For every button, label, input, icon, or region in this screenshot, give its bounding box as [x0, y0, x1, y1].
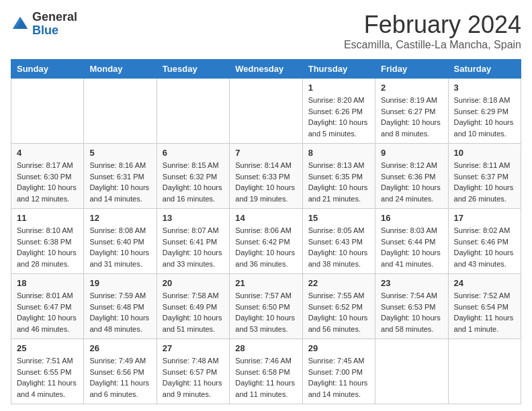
- calendar-day-cell: 26Sunrise: 7:49 AM Sunset: 6:56 PM Dayli…: [84, 339, 157, 404]
- calendar-day-cell: 15Sunrise: 8:05 AM Sunset: 6:43 PM Dayli…: [302, 209, 375, 274]
- day-info: Sunrise: 8:05 AM Sunset: 6:43 PM Dayligh…: [308, 225, 369, 269]
- calendar-day-cell: [448, 339, 521, 404]
- calendar-header-row: SundayMondayTuesdayWednesdayThursdayFrid…: [11, 60, 521, 79]
- day-number: 7: [235, 148, 296, 158]
- day-number: 14: [235, 213, 296, 223]
- day-info: Sunrise: 8:11 AM Sunset: 6:37 PM Dayligh…: [454, 160, 515, 204]
- day-number: 19: [89, 278, 150, 288]
- day-info: Sunrise: 7:52 AM Sunset: 6:54 PM Dayligh…: [454, 290, 515, 334]
- day-info: Sunrise: 7:51 AM Sunset: 6:55 PM Dayligh…: [17, 355, 78, 400]
- day-number: 15: [308, 213, 369, 223]
- day-info: Sunrise: 8:20 AM Sunset: 6:26 PM Dayligh…: [308, 95, 369, 139]
- day-info: Sunrise: 8:17 AM Sunset: 6:30 PM Dayligh…: [17, 160, 78, 204]
- calendar-day-cell: 22Sunrise: 7:55 AM Sunset: 6:52 PM Dayli…: [302, 274, 375, 339]
- day-number: 4: [17, 148, 78, 158]
- day-number: 21: [235, 278, 296, 288]
- day-number: 5: [89, 148, 150, 158]
- day-info: Sunrise: 8:15 AM Sunset: 6:32 PM Dayligh…: [163, 160, 224, 204]
- day-number: 13: [163, 213, 224, 223]
- day-info: Sunrise: 8:08 AM Sunset: 6:40 PM Dayligh…: [89, 225, 150, 269]
- day-of-week-header: Friday: [375, 60, 448, 79]
- day-number: 2: [381, 83, 442, 93]
- calendar-day-cell: 20Sunrise: 7:58 AM Sunset: 6:49 PM Dayli…: [157, 274, 229, 339]
- calendar-day-cell: 27Sunrise: 7:48 AM Sunset: 6:57 PM Dayli…: [157, 339, 229, 404]
- day-of-week-header: Monday: [84, 60, 157, 79]
- calendar-day-cell: 12Sunrise: 8:08 AM Sunset: 6:40 PM Dayli…: [84, 209, 157, 274]
- calendar-day-cell: 19Sunrise: 7:59 AM Sunset: 6:48 PM Dayli…: [84, 274, 157, 339]
- day-info: Sunrise: 8:13 AM Sunset: 6:35 PM Dayligh…: [308, 160, 369, 204]
- day-info: Sunrise: 8:12 AM Sunset: 6:36 PM Dayligh…: [381, 160, 442, 204]
- calendar-day-cell: 18Sunrise: 8:01 AM Sunset: 6:47 PM Dayli…: [11, 274, 84, 339]
- day-info: Sunrise: 8:19 AM Sunset: 6:27 PM Dayligh…: [381, 95, 442, 139]
- main-title: February 2024: [344, 11, 521, 39]
- calendar-day-cell: 6Sunrise: 8:15 AM Sunset: 6:32 PM Daylig…: [157, 144, 229, 209]
- day-info: Sunrise: 7:46 AM Sunset: 6:58 PM Dayligh…: [235, 355, 296, 400]
- day-info: Sunrise: 7:49 AM Sunset: 6:56 PM Dayligh…: [89, 355, 150, 400]
- day-number: 27: [163, 343, 224, 353]
- calendar-day-cell: [11, 79, 84, 144]
- day-number: 3: [454, 83, 515, 93]
- day-number: 10: [454, 148, 515, 158]
- calendar-week-row: 25Sunrise: 7:51 AM Sunset: 6:55 PM Dayli…: [11, 339, 521, 404]
- day-of-week-header: Tuesday: [157, 60, 229, 79]
- calendar-day-cell: 1Sunrise: 8:20 AM Sunset: 6:26 PM Daylig…: [302, 79, 375, 144]
- calendar-day-cell: 9Sunrise: 8:12 AM Sunset: 6:36 PM Daylig…: [375, 144, 448, 209]
- logo-blue-text: Blue: [32, 24, 77, 38]
- day-number: 11: [17, 213, 78, 223]
- calendar-week-row: 18Sunrise: 8:01 AM Sunset: 6:47 PM Dayli…: [11, 274, 521, 339]
- day-info: Sunrise: 7:59 AM Sunset: 6:48 PM Dayligh…: [89, 290, 150, 334]
- calendar-day-cell: 11Sunrise: 8:10 AM Sunset: 6:38 PM Dayli…: [11, 209, 84, 274]
- day-info: Sunrise: 8:16 AM Sunset: 6:31 PM Dayligh…: [89, 160, 150, 204]
- day-number: 9: [381, 148, 442, 158]
- day-number: 17: [454, 213, 515, 223]
- day-number: 20: [163, 278, 224, 288]
- day-info: Sunrise: 7:48 AM Sunset: 6:57 PM Dayligh…: [163, 355, 224, 400]
- day-number: 6: [163, 148, 224, 158]
- calendar-day-cell: [157, 79, 229, 144]
- calendar-day-cell: 4Sunrise: 8:17 AM Sunset: 6:30 PM Daylig…: [11, 144, 84, 209]
- calendar-table: SundayMondayTuesdayWednesdayThursdayFrid…: [11, 59, 521, 404]
- calendar-day-cell: 13Sunrise: 8:07 AM Sunset: 6:41 PM Dayli…: [157, 209, 229, 274]
- calendar-day-cell: 29Sunrise: 7:45 AM Sunset: 7:00 PM Dayli…: [302, 339, 375, 404]
- day-number: 16: [381, 213, 442, 223]
- day-of-week-header: Saturday: [448, 60, 521, 79]
- day-info: Sunrise: 8:02 AM Sunset: 6:46 PM Dayligh…: [454, 225, 515, 269]
- day-info: Sunrise: 8:06 AM Sunset: 6:42 PM Dayligh…: [235, 225, 296, 269]
- day-info: Sunrise: 8:18 AM Sunset: 6:29 PM Dayligh…: [454, 95, 515, 139]
- calendar-day-cell: [84, 79, 157, 144]
- calendar-day-cell: 23Sunrise: 7:54 AM Sunset: 6:53 PM Dayli…: [375, 274, 448, 339]
- title-area: February 2024 Escamilla, Castille-La Man…: [344, 11, 521, 51]
- day-number: 23: [381, 278, 442, 288]
- day-info: Sunrise: 7:55 AM Sunset: 6:52 PM Dayligh…: [308, 290, 369, 334]
- day-number: 18: [17, 278, 78, 288]
- calendar-week-row: 1Sunrise: 8:20 AM Sunset: 6:26 PM Daylig…: [11, 79, 521, 144]
- header: General Blue February 2024 Escamilla, Ca…: [11, 11, 521, 51]
- day-info: Sunrise: 8:07 AM Sunset: 6:41 PM Dayligh…: [163, 225, 224, 269]
- calendar-day-cell: 3Sunrise: 8:18 AM Sunset: 6:29 PM Daylig…: [448, 79, 521, 144]
- day-of-week-header: Wednesday: [230, 60, 302, 79]
- day-of-week-header: Sunday: [11, 60, 84, 79]
- day-info: Sunrise: 7:45 AM Sunset: 7:00 PM Dayligh…: [308, 355, 369, 400]
- calendar-day-cell: 10Sunrise: 8:11 AM Sunset: 6:37 PM Dayli…: [448, 144, 521, 209]
- day-number: 8: [308, 148, 369, 158]
- calendar-day-cell: 16Sunrise: 8:03 AM Sunset: 6:44 PM Dayli…: [375, 209, 448, 274]
- day-number: 29: [308, 343, 369, 353]
- logo: General Blue: [11, 11, 77, 38]
- calendar-day-cell: 8Sunrise: 8:13 AM Sunset: 6:35 PM Daylig…: [302, 144, 375, 209]
- day-info: Sunrise: 8:10 AM Sunset: 6:38 PM Dayligh…: [17, 225, 78, 269]
- day-info: Sunrise: 7:54 AM Sunset: 6:53 PM Dayligh…: [381, 290, 442, 334]
- day-number: 22: [308, 278, 369, 288]
- calendar-day-cell: 5Sunrise: 8:16 AM Sunset: 6:31 PM Daylig…: [84, 144, 157, 209]
- day-number: 1: [308, 83, 369, 93]
- day-number: 24: [454, 278, 515, 288]
- day-info: Sunrise: 7:57 AM Sunset: 6:50 PM Dayligh…: [235, 290, 296, 334]
- day-info: Sunrise: 8:01 AM Sunset: 6:47 PM Dayligh…: [17, 290, 78, 334]
- day-number: 25: [17, 343, 78, 353]
- logo-icon: [11, 15, 30, 34]
- day-info: Sunrise: 7:58 AM Sunset: 6:49 PM Dayligh…: [163, 290, 224, 334]
- calendar-day-cell: 21Sunrise: 7:57 AM Sunset: 6:50 PM Dayli…: [230, 274, 302, 339]
- day-info: Sunrise: 8:03 AM Sunset: 6:44 PM Dayligh…: [381, 225, 442, 269]
- day-info: Sunrise: 8:14 AM Sunset: 6:33 PM Dayligh…: [235, 160, 296, 204]
- calendar-day-cell: 2Sunrise: 8:19 AM Sunset: 6:27 PM Daylig…: [375, 79, 448, 144]
- calendar-body: 1Sunrise: 8:20 AM Sunset: 6:26 PM Daylig…: [11, 79, 521, 404]
